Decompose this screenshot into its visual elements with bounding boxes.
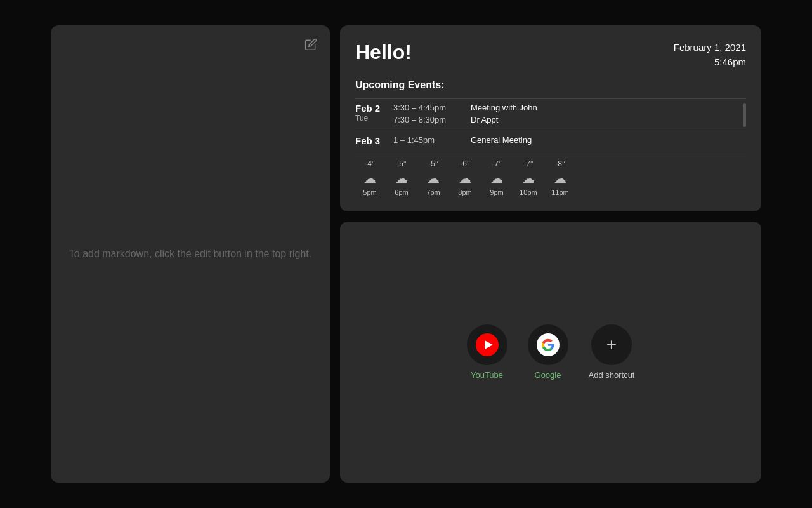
weather-item-6: -7° ☁ 10pm [514, 159, 543, 196]
shortcut-youtube[interactable]: YouTube [467, 324, 508, 380]
add-shortcut-icon-wrap: + [591, 324, 632, 365]
google-icon [537, 333, 560, 356]
event-item-1: 3:30 – 4:45pm Meeting with John [393, 103, 738, 112]
add-shortcut-label: Add shortcut [589, 370, 635, 380]
weather-temp-7: -8° [555, 159, 565, 168]
cloud-icon-7: ☁ [554, 171, 566, 186]
event-details-feb2: 3:30 – 4:45pm Meeting with John 7:30 – 8… [393, 103, 738, 127]
weather-temp-2: -5° [396, 159, 406, 168]
event-name-3: General Meeting [471, 135, 532, 145]
weather-item-7: -8° ☁ 11pm [546, 159, 575, 196]
cloud-icon-6: ☁ [522, 171, 535, 186]
weather-item-4: -6° ☁ 8pm [450, 159, 480, 196]
weather-temp-3: -5° [428, 159, 438, 168]
day-name-feb2: Tue [355, 114, 393, 123]
event-time-1: 3:30 – 4:45pm [393, 103, 463, 112]
shortcut-add[interactable]: + Add shortcut [589, 324, 635, 380]
cloud-icon-5: ☁ [490, 171, 503, 186]
shortcuts-container: YouTube Google + [467, 324, 635, 380]
weather-item-3: -5° ☁ 7pm [419, 159, 448, 196]
date-display: February 1, 2021 [674, 41, 746, 55]
youtube-label: YouTube [471, 370, 503, 380]
youtube-icon-wrap [467, 324, 508, 365]
greeting: Hello! [355, 41, 412, 64]
weather-temp-1: -4° [365, 159, 374, 168]
main-layout: To add markdown, click the edit button i… [51, 25, 761, 483]
event-row-feb3: Feb 3 1 – 1:45pm General Meeting [355, 131, 746, 151]
weather-hour-6: 10pm [520, 189, 537, 196]
weather-hour-1: 5pm [363, 189, 376, 196]
google-icon-wrap [528, 324, 568, 365]
weather-temp-6: -7° [523, 159, 533, 168]
weather-item-5: -7° ☁ 9pm [482, 159, 511, 196]
weather-item-2: -5° ☁ 6pm [387, 159, 416, 196]
weather-temp-4: -6° [460, 159, 469, 168]
event-date-feb3: Feb 3 [355, 135, 393, 146]
date-time: February 1, 2021 5:46pm [674, 41, 746, 69]
weather-item-1: -4° ☁ 5pm [355, 159, 384, 196]
weather-hour-7: 11pm [551, 189, 569, 196]
event-date-feb2: Feb 2 Tue [355, 103, 393, 123]
weather-hour-2: 6pm [395, 189, 408, 196]
day-num-feb3: Feb 3 [355, 135, 393, 146]
events-section: Upcoming Events: Feb 2 Tue 3:30 – 4:45pm… [355, 79, 746, 151]
day-num-feb2: Feb 2 [355, 103, 393, 114]
event-details-feb3: 1 – 1:45pm General Meeting [393, 135, 746, 147]
weather-temp-5: -7° [492, 159, 501, 168]
calendar-widget: Hello! February 1, 2021 5:46pm Upcoming … [340, 25, 761, 211]
weather-section: -4° ☁ 5pm -5° ☁ 6pm -5° ☁ 7pm [355, 154, 746, 196]
plus-icon: + [606, 335, 617, 355]
event-time-2: 7:30 – 8:30pm [393, 115, 463, 124]
event-row-feb2: Feb 2 Tue 3:30 – 4:45pm Meeting with Joh… [355, 98, 746, 131]
widget-header: Hello! February 1, 2021 5:46pm [355, 41, 746, 69]
shortcut-google[interactable]: Google [528, 324, 568, 380]
weather-items: -4° ☁ 5pm -5° ☁ 6pm -5° ☁ 7pm [355, 159, 746, 196]
right-column: Hello! February 1, 2021 5:46pm Upcoming … [340, 25, 761, 483]
cloud-icon-1: ☁ [363, 171, 376, 186]
event-name-1: Meeting with John [471, 103, 537, 112]
youtube-icon [476, 333, 499, 356]
cloud-icon-2: ☁ [395, 171, 408, 186]
event-name-2: Dr Appt [471, 115, 498, 124]
weather-hour-4: 8pm [458, 189, 471, 196]
markdown-hint: To add markdown, click the edit button i… [69, 246, 311, 262]
shortcuts-widget: YouTube Google + [340, 222, 761, 483]
event-item-2: 7:30 – 8:30pm Dr Appt [393, 115, 738, 124]
event-item-3: 1 – 1:45pm General Meeting [393, 135, 746, 145]
edit-button[interactable] [302, 36, 320, 57]
time-display: 5:46pm [674, 55, 746, 70]
weather-hour-3: 7pm [426, 189, 440, 196]
events-heading: Upcoming Events: [355, 79, 746, 91]
left-panel: To add markdown, click the edit button i… [51, 25, 330, 483]
cloud-icon-3: ☁ [427, 171, 440, 186]
event-time-3: 1 – 1:45pm [393, 135, 463, 145]
cloud-icon-4: ☁ [459, 171, 471, 186]
google-label: Google [535, 370, 561, 380]
scroll-indicator [743, 103, 746, 127]
weather-hour-5: 9pm [490, 189, 503, 196]
